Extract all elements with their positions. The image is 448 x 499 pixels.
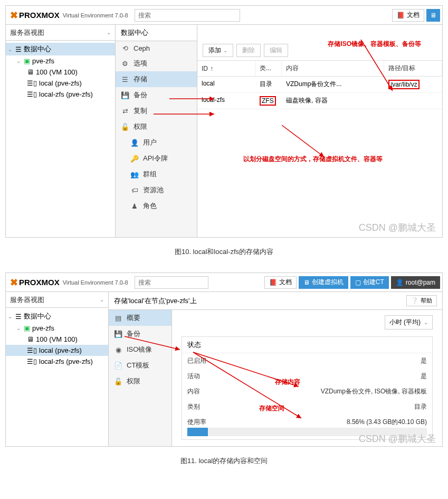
user-icon: 👤 bbox=[130, 139, 139, 147]
vm-label: 100 (VM 100) bbox=[36, 68, 78, 76]
cell-path: /var/lib/vz bbox=[384, 80, 442, 89]
chevron-down-icon: ⌄ bbox=[223, 48, 227, 53]
remove-button[interactable]: 删除 bbox=[236, 44, 261, 57]
file-icon: 📄 bbox=[114, 362, 122, 370]
breadcrumb: 存储'local'在节点'pve-zfs'上 ❔帮助 bbox=[109, 292, 442, 310]
storage1-label: local (pve-zfs) bbox=[39, 79, 82, 87]
caret-icon: ⌄ bbox=[8, 314, 13, 319]
main-body: 服务器视图 ⌄ ⌄ ☰ 数据中心 ⌄ ▣ pve-zfs 🖥 100 (VM 1… bbox=[6, 292, 442, 447]
zfs-highlight: ZFS bbox=[260, 96, 276, 106]
resource-tree: ⌄ ☰ 数据中心 ⌄ ▣ pve-zfs 🖥 100 (VM 100) ☰▯ l… bbox=[6, 41, 115, 102]
left-tree-panel: 服务器视图 ⌄ ⌄ ☰ 数据中心 ⌄ ▣ pve-zfs 🖥 100 (VM 1… bbox=[6, 292, 109, 447]
display-button[interactable]: 🖥 bbox=[426, 9, 440, 22]
create-ct-button[interactable]: ▢创建CT bbox=[350, 276, 389, 289]
sync-icon: ⇄ bbox=[121, 107, 129, 115]
watermark: CSDN @鹏城大圣 bbox=[359, 432, 436, 445]
search-input[interactable] bbox=[135, 9, 240, 22]
brand-text: PROXMOX bbox=[19, 278, 60, 287]
tree-storage-localzfs[interactable]: ☰▯ local-zfs (pve-zfs) bbox=[6, 356, 108, 367]
role-icon: ♟ bbox=[130, 202, 139, 210]
nav-options[interactable]: ⚙选项 bbox=[116, 55, 197, 71]
nav-backup[interactable]: 💾备份 bbox=[116, 87, 197, 103]
header: ✖ PROXMOX Virtual Environment 7.0-8 📕文档 … bbox=[6, 6, 442, 25]
docs-label: 文档 bbox=[407, 11, 420, 20]
watermark: CSDN @鹏城大圣 bbox=[359, 221, 436, 234]
storage-nav-panel: ▤概要 💾备份 ◉ISO镜像 📄CT模板 🔓权限 bbox=[109, 310, 172, 447]
view-selector[interactable]: 服务器视图 ⌄ bbox=[6, 292, 108, 308]
vm-icon: 🖥 bbox=[27, 68, 34, 76]
nav-ct-templates[interactable]: 📄CT模板 bbox=[109, 357, 171, 373]
tree-node[interactable]: ⌄ ▣ pve-zfs bbox=[6, 323, 108, 334]
storage-toolbar: 添加⌄ 删除 编辑 bbox=[197, 41, 442, 61]
cube-icon: ▢ bbox=[355, 279, 361, 286]
nav-users[interactable]: 👤用户 bbox=[116, 135, 197, 150]
nav-permissions[interactable]: 🔓权限 bbox=[116, 119, 197, 135]
ceph-icon: ⟲ bbox=[121, 44, 129, 52]
storage-row-local[interactable]: local 目录 VZDump备份文件... /var/lib/vz bbox=[197, 77, 442, 93]
figure11-caption: 图11. local的存储内容和空间 bbox=[5, 456, 443, 466]
nav-replication[interactable]: ⇄复制 bbox=[116, 103, 197, 119]
kv-active: 活动是 bbox=[182, 369, 432, 384]
col-content[interactable]: 内容 bbox=[282, 61, 384, 76]
gear-icon: ⚙ bbox=[121, 60, 129, 68]
nav-roles[interactable]: ♟角色 bbox=[116, 198, 197, 214]
screenshot-fig10: ✖ PROXMOX Virtual Environment 7.0-8 📕文档 … bbox=[5, 5, 443, 238]
logo-x-icon: ✖ bbox=[10, 10, 18, 21]
tree-storage-local[interactable]: ☰▯ local (pve-zfs) bbox=[6, 78, 115, 89]
view-selector[interactable]: 服务器视图 ⌄ bbox=[6, 25, 115, 41]
chevron-down-icon: ⌄ bbox=[107, 30, 111, 35]
left-tree-panel: 服务器视图 ⌄ ⌄ ☰ 数据中心 ⌄ ▣ pve-zfs 🖥 100 (VM 1… bbox=[6, 25, 116, 238]
tree-node[interactable]: ⌄ ▣ pve-zfs bbox=[6, 55, 115, 67]
tree-datacenter[interactable]: ⌄ ☰ 数据中心 bbox=[6, 310, 108, 323]
time-range-label: 小时 (平均) bbox=[389, 318, 421, 327]
tree-storage-local[interactable]: ☰▯ local (pve-zfs) bbox=[6, 345, 108, 356]
cell-content: 磁盘映像, 容器 bbox=[282, 96, 384, 106]
search-box bbox=[135, 9, 240, 22]
caret-icon: ⌄ bbox=[16, 58, 22, 64]
config-nav-list: ⟲Ceph ⚙选项 ☰存储 💾备份 ⇄复制 🔓权限 👤用户 🔑API令牌 👥群组… bbox=[116, 41, 197, 238]
unlock-icon: 🔓 bbox=[114, 378, 122, 385]
kv-content: 内容VZDump备份文件, ISO镜像, 容器模板 bbox=[182, 384, 432, 399]
user-menu-button[interactable]: 👤root@pam bbox=[391, 276, 440, 289]
nav-permissions[interactable]: 🔓权限 bbox=[109, 373, 171, 389]
nav-storage[interactable]: ☰存储 bbox=[116, 71, 197, 87]
search-input[interactable] bbox=[135, 276, 208, 289]
nav-groups[interactable]: 👥群组 bbox=[116, 166, 197, 182]
disc-icon: ◉ bbox=[114, 346, 122, 354]
docs-button[interactable]: 📕文档 bbox=[392, 9, 424, 22]
storage-row-localzfs[interactable]: local-zfs ZFS 磁盘映像, 容器 bbox=[197, 93, 442, 109]
version-text: Virtual Environment 7.0-8 bbox=[63, 12, 128, 18]
create-vm-button[interactable]: 🖥创建虚拟机 bbox=[299, 276, 348, 289]
nav-iso[interactable]: ◉ISO镜像 bbox=[109, 342, 171, 357]
col-type[interactable]: 类... bbox=[255, 61, 282, 76]
help-button[interactable]: ❔帮助 bbox=[406, 295, 437, 306]
tree-datacenter[interactable]: ⌄ ☰ 数据中心 bbox=[6, 43, 115, 55]
time-range-select[interactable]: 小时 (平均) ⌄ bbox=[385, 315, 433, 329]
grid-header-row: ID↑ 类... 内容 路径/目标 bbox=[197, 61, 442, 77]
config-nav-panel: 数据中心 ⟲Ceph ⚙选项 ☰存储 💾备份 ⇄复制 🔓权限 👤用户 🔑API令… bbox=[116, 25, 197, 238]
nav-pools[interactable]: 🏷资源池 bbox=[116, 182, 197, 198]
nav-ceph[interactable]: ⟲Ceph bbox=[116, 41, 197, 55]
node-icon: ▣ bbox=[24, 324, 30, 332]
tree-vm[interactable]: 🖥 100 (VM 100) bbox=[6, 67, 115, 78]
main-body: 服务器视图 ⌄ ⌄ ☰ 数据中心 ⌄ ▣ pve-zfs 🖥 100 (VM 1… bbox=[6, 25, 442, 238]
edit-button[interactable]: 编辑 bbox=[264, 44, 288, 57]
node-icon: ▣ bbox=[24, 57, 30, 65]
save-icon: 💾 bbox=[114, 330, 122, 338]
add-button[interactable]: 添加⌄ bbox=[203, 44, 233, 57]
col-path[interactable]: 路径/目标 bbox=[384, 61, 442, 76]
col-id[interactable]: ID↑ bbox=[197, 61, 255, 76]
docs-button[interactable]: 📕文档 bbox=[264, 276, 297, 289]
svg-line-1 bbox=[282, 125, 324, 157]
nav-api-tokens[interactable]: 🔑API令牌 bbox=[116, 150, 197, 166]
tree-storage-localzfs[interactable]: ☰▯ local-zfs (pve-zfs) bbox=[6, 89, 115, 100]
book-icon: 📕 bbox=[397, 12, 405, 19]
summary-panel: 小时 (平均) ⌄ 状态 已启用是 活动是 内容VZDump备份文件, ISO镜… bbox=[172, 310, 442, 447]
cell-id: local-zfs bbox=[197, 96, 255, 106]
usage-fill bbox=[187, 428, 208, 436]
nav-backup[interactable]: 💾备份 bbox=[109, 326, 171, 342]
tree-vm[interactable]: 🖥 100 (VM 100) bbox=[6, 334, 108, 345]
cell-content: VZDump备份文件... bbox=[282, 80, 384, 89]
nav-summary[interactable]: ▤概要 bbox=[109, 310, 171, 326]
kv-type: 类别目录 bbox=[182, 399, 432, 415]
